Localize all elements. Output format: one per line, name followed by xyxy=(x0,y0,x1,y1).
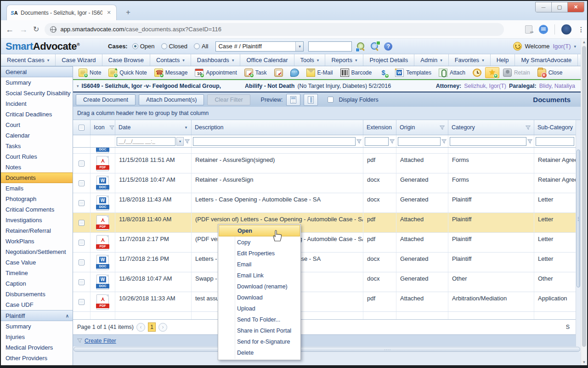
scrollbar-thumb[interactable] xyxy=(74,347,580,352)
grid-vertical-scrollbar[interactable] xyxy=(576,120,581,346)
table-row[interactable]: PDF 10/26/2018 11:33 AM test assu pdf At… xyxy=(73,292,576,312)
sidebar-item[interactable]: Case UDF xyxy=(1,299,73,310)
filter-funnel-icon[interactable] xyxy=(441,139,447,144)
context-menu-item[interactable]: Copy xyxy=(219,237,300,248)
scroll-down-icon[interactable] xyxy=(581,359,587,365)
description-filter-input[interactable] xyxy=(193,137,356,146)
radio-option[interactable]: Open xyxy=(132,43,155,50)
sidebar-item[interactable]: Medical Providers xyxy=(1,342,73,353)
create-document-button[interactable]: Create Document xyxy=(76,94,136,105)
favorite-button[interactable] xyxy=(485,67,499,78)
sidebar-item[interactable]: Disbursements xyxy=(1,289,73,299)
column-header-description[interactable]: Description xyxy=(192,120,363,135)
close-window-button[interactable] xyxy=(568,2,584,12)
sidebar-item[interactable]: Emails xyxy=(1,183,73,194)
menu-item[interactable]: Case Wizard xyxy=(56,54,102,66)
menu-item[interactable]: Dashboards xyxy=(191,54,241,66)
sidebar-item[interactable]: Case Value xyxy=(1,257,73,268)
search-case-icon[interactable] xyxy=(356,42,366,51)
sidebar-item[interactable]: Documents xyxy=(1,172,73,183)
extension-filter-input[interactable] xyxy=(365,137,389,146)
menu-item[interactable]: Help xyxy=(491,54,515,66)
column-header-extension[interactable]: Extension xyxy=(363,120,396,135)
barcode-button[interactable]: Barcode xyxy=(337,68,376,78)
address-bar[interactable]: app.smartadvocate.com/case_documents.asp… xyxy=(45,23,504,36)
filter-funnel-icon[interactable] xyxy=(440,125,445,130)
row-checkbox[interactable] xyxy=(79,259,85,265)
menu-item[interactable]: Project Details xyxy=(363,54,414,66)
appointment-button[interactable]: Appointment xyxy=(191,68,240,78)
share-icon[interactable] xyxy=(525,25,532,34)
table-row[interactable]: DOC 11/8/2018 11:43 AM Letters - Case Op… xyxy=(73,193,576,213)
origin-filter-input[interactable] xyxy=(398,137,441,146)
column-header-icon[interactable]: Icon xyxy=(90,120,115,135)
table-row[interactable]: PDF 11/8/2018 11:40 AM (PDF version of) … xyxy=(73,213,576,233)
table-row[interactable]: PDF 11/7/2018 2:17 PM (PDF version of) L… xyxy=(73,233,576,253)
context-menu-item[interactable]: Share in Client Portal xyxy=(219,325,300,336)
sidebar-item[interactable]: Plaintiff xyxy=(1,310,73,321)
sidebar-item[interactable]: Social Security Disability xyxy=(1,88,73,98)
sidebar-item[interactable]: Caption xyxy=(1,278,73,289)
menu-item[interactable]: Office Calendar xyxy=(240,54,294,66)
table-row[interactable]: DOC 11/6/2018 10:47 AM Swapp - docx Gene… xyxy=(73,272,576,292)
attach-documents-button[interactable]: Attach Document(s) xyxy=(139,94,204,105)
browser-menu-icon[interactable] xyxy=(578,26,582,33)
context-menu-item[interactable]: Download (rename) xyxy=(219,281,300,292)
sidebar-item[interactable]: Critical Comments xyxy=(1,204,73,215)
radio-icon[interactable] xyxy=(161,43,167,49)
table-row[interactable] xyxy=(73,312,576,319)
filter-funnel-icon[interactable] xyxy=(526,125,531,130)
profile-avatar[interactable] xyxy=(561,24,571,34)
radio-icon[interactable] xyxy=(194,43,200,49)
group-by-panel[interactable]: Drag a column header here to group by th… xyxy=(73,107,581,120)
user-menu[interactable]: Igor(T) xyxy=(553,43,571,50)
table-row[interactable]: DOC 11/15/2018 10:47 AM Retainer - Assur… xyxy=(73,173,576,193)
context-menu-item[interactable]: Email Link xyxy=(219,270,300,281)
sidebar-item[interactable]: General xyxy=(1,66,73,77)
row-checkbox[interactable] xyxy=(79,299,85,305)
chevron-down-icon[interactable] xyxy=(574,44,576,49)
table-row[interactable]: PDF 11/15/2018 11:51 AM Retainer - Assur… xyxy=(73,154,576,173)
forward-button[interactable] xyxy=(19,25,28,34)
create-filter-link[interactable]: Create Filter xyxy=(85,338,116,344)
email-button[interactable]: E-Mail xyxy=(303,68,337,78)
sidebar-item[interactable]: Incident xyxy=(1,98,73,109)
context-menu-item[interactable]: Email xyxy=(219,259,300,270)
menu-item[interactable]: Reports xyxy=(325,54,363,66)
history-button[interactable] xyxy=(469,68,485,78)
menu-item[interactable]: Favorites xyxy=(449,54,491,66)
sidebar-item[interactable]: Notes xyxy=(1,162,73,172)
table-row[interactable]: DOC 11/7/2018 2:16 PM Letters - Case Ope… xyxy=(73,253,576,272)
help-icon[interactable] xyxy=(384,42,392,51)
sidebar-item[interactable]: Summary xyxy=(1,77,73,88)
row-checkbox[interactable] xyxy=(79,161,85,167)
close-case-button[interactable]: Close xyxy=(534,68,566,78)
attorney-name[interactable]: Selizhuk, Igor(T) xyxy=(464,83,506,89)
select-all-checkbox[interactable] xyxy=(73,120,90,135)
sidebar-item[interactable]: Timeline xyxy=(1,268,73,278)
date-filter-input[interactable] xyxy=(117,137,175,146)
sidebar-item[interactable]: WorkPlans xyxy=(1,236,73,247)
sidebar-item[interactable]: Critical Deadlines xyxy=(1,109,73,120)
disbursement-button[interactable] xyxy=(375,68,391,78)
display-folders-checkbox[interactable] xyxy=(328,97,334,103)
maximize-button[interactable] xyxy=(552,2,568,12)
menu-item[interactable]: Admin xyxy=(414,54,448,66)
context-menu-item[interactable]: Send for e-Signature xyxy=(219,336,300,347)
row-checkbox[interactable] xyxy=(79,220,85,226)
advanced-search-icon[interactable] xyxy=(370,42,379,51)
page-number-button[interactable]: 1 xyxy=(148,322,156,332)
search-type-select[interactable]: Case # / Plaintiff xyxy=(215,41,304,52)
scroll-up-icon[interactable] xyxy=(581,39,587,45)
sidebar-item[interactable]: Tasks xyxy=(1,141,73,151)
back-button[interactable] xyxy=(6,25,14,34)
context-menu-item[interactable]: Delete xyxy=(219,347,300,358)
templates-button[interactable]: Templates xyxy=(391,68,435,78)
quick-note-button[interactable]: Quick Note xyxy=(105,68,150,78)
table-row[interactable]: DOC xyxy=(73,148,576,154)
attach-button[interactable]: Attach xyxy=(435,68,469,78)
next-page-button[interactable] xyxy=(158,323,167,332)
site-info-icon[interactable] xyxy=(50,26,57,33)
sidebar-item[interactable]: Retainer/Referral xyxy=(1,225,73,236)
context-menu-item[interactable]: Edit Properties xyxy=(219,248,300,259)
